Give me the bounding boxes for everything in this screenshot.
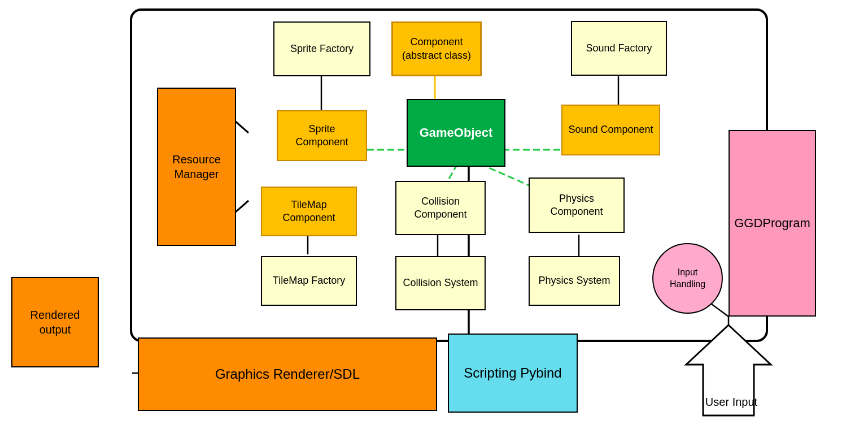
input-handling-circle: Input Handling: [652, 243, 723, 314]
collision-component-box: Collision Component: [395, 181, 486, 235]
physics-system-box: Physics System: [529, 256, 620, 306]
user-input-arrow: [672, 322, 785, 424]
sprite-component-box: Sprite Component: [277, 110, 367, 161]
user-input-label: User Input: [697, 396, 765, 409]
diagram-container: Sprite Factory Component (abstract class…: [0, 0, 868, 433]
sound-component-box: Sound Component: [561, 105, 660, 155]
collision-system-box: Collision System: [395, 256, 486, 310]
component-abstract-box: Component (abstract class): [391, 21, 482, 76]
rendered-output-box: Rendered output: [11, 277, 99, 367]
tilemap-factory-box: TileMap Factory: [261, 256, 357, 306]
tilemap-component-box: TileMap Component: [261, 187, 357, 236]
game-object-box: GameObject: [407, 99, 505, 167]
resource-manager-box: Resource Manager: [157, 88, 236, 246]
ggd-program-box: GGDProgram: [729, 130, 816, 317]
scripting-pybind-box: Scripting Pybind: [448, 334, 578, 413]
graphics-renderer-box: Graphics Renderer/SDL: [138, 337, 437, 411]
sprite-factory-box: Sprite Factory: [273, 21, 370, 76]
physics-component-box: Physics Component: [529, 177, 625, 233]
sound-factory-box: Sound Factory: [571, 21, 667, 76]
